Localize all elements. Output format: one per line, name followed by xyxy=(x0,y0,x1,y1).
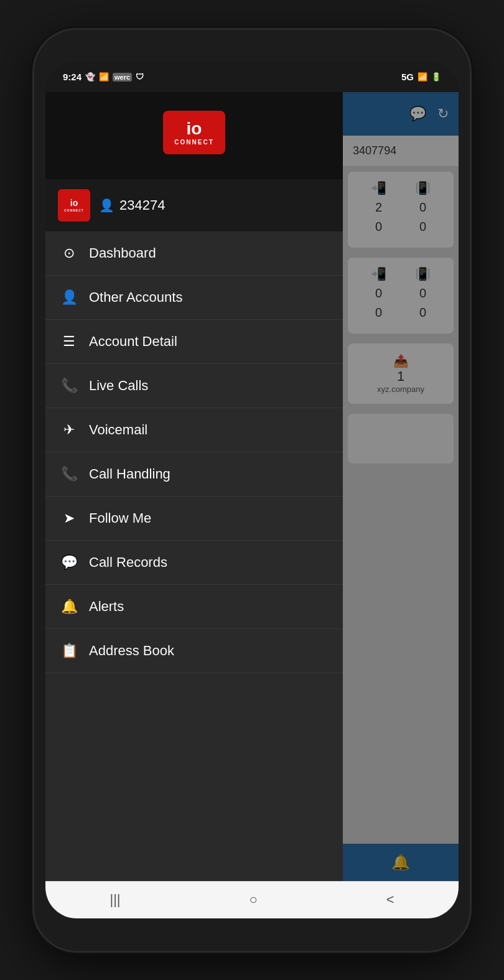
status-icon-shield: 🛡 xyxy=(136,72,144,82)
follow-me-icon: ➤ xyxy=(60,510,78,526)
nav-item-call-records[interactable]: 💬 Call Records xyxy=(45,541,343,585)
nav-label-call-records: Call Records xyxy=(89,554,167,571)
sidebar: io CONNECT io CONNECT xyxy=(45,92,343,881)
account-detail-icon: ☰ xyxy=(60,334,78,350)
status-time: 9:24 xyxy=(63,72,82,82)
other-accounts-icon: 👤 xyxy=(60,289,78,306)
nav-item-follow-me[interactable]: ➤ Follow Me xyxy=(45,497,343,541)
logo-connect-text: CONNECT xyxy=(174,139,213,146)
nav-label-call-handling: Call Handling xyxy=(89,466,170,482)
nav-label-voicemail: Voicemail xyxy=(89,422,147,438)
logo-big: io CONNECT xyxy=(163,111,225,154)
nav-home-button[interactable]: ○ xyxy=(249,892,257,908)
nav-label-other-accounts: Other Accounts xyxy=(89,289,182,306)
nav-label-dashboard: Dashboard xyxy=(89,245,156,261)
status-battery: 🔋 xyxy=(431,72,441,82)
alerts-icon: 🔔 xyxy=(60,599,78,615)
logo-io-text: io xyxy=(174,118,213,139)
nav-item-dashboard[interactable]: ⊙ Dashboard xyxy=(45,231,343,276)
status-right: 5G 📶 🔋 xyxy=(401,72,441,82)
nav-label-account-detail: Account Detail xyxy=(89,334,177,350)
nav-label-address-book: Address Book xyxy=(89,643,174,659)
nav-recent-button[interactable]: ||| xyxy=(110,892,120,908)
status-left: 9:24 👻 📶 werc 🛡 xyxy=(63,72,144,82)
phone-shell: 9:24 👻 📶 werc 🛡 5G 📶 🔋 xyxy=(34,30,470,951)
status-icon-werc: werc xyxy=(113,73,132,82)
call-records-icon: 💬 xyxy=(60,554,78,571)
status-5g: 5G xyxy=(401,72,414,82)
nav-item-live-calls[interactable]: 📞 Live Calls xyxy=(45,364,343,408)
call-handling-icon: 📞 xyxy=(60,466,78,482)
nav-item-voicemail[interactable]: ✈ Voicemail xyxy=(45,408,343,452)
nav-list: ⊙ Dashboard 👤 Other Accounts ☰ Account D… xyxy=(45,231,343,881)
nav-label-follow-me: Follow Me xyxy=(89,510,151,526)
account-number: 234274 xyxy=(119,197,165,213)
nav-item-call-handling[interactable]: 📞 Call Handling xyxy=(45,452,343,497)
nav-label-live-calls: Live Calls xyxy=(89,378,148,394)
user-icon: 👤 xyxy=(99,198,114,213)
nav-item-alerts[interactable]: 🔔 Alerts xyxy=(45,585,343,629)
nav-item-address-book[interactable]: 📋 Address Book xyxy=(45,629,343,673)
nav-back-button[interactable]: < xyxy=(386,892,394,908)
status-icon-wifi: 📶 xyxy=(99,72,109,82)
account-logo-small: io CONNECT xyxy=(58,189,90,222)
status-signal: 📶 xyxy=(418,72,427,82)
sidebar-header: io CONNECT xyxy=(45,92,343,179)
logo-sm-io: io xyxy=(64,198,84,208)
account-info: 👤 234274 xyxy=(99,197,165,213)
nav-item-other-accounts[interactable]: 👤 Other Accounts xyxy=(45,276,343,320)
logo-big-inner: io CONNECT xyxy=(174,118,213,147)
logo-sm-connect: CONNECT xyxy=(64,208,84,212)
account-logo-small-inner: io CONNECT xyxy=(64,198,84,212)
address-book-icon: 📋 xyxy=(60,643,78,659)
status-bar: 9:24 👻 📶 werc 🛡 5G 📶 🔋 xyxy=(45,62,459,92)
bottom-nav: ||| ○ < xyxy=(45,881,459,918)
screen-content: io CONNECT io CONNECT xyxy=(45,92,459,881)
nav-item-account-detail[interactable]: ☰ Account Detail xyxy=(45,320,343,364)
voicemail-icon: ✈ xyxy=(60,422,78,438)
live-calls-icon: 📞 xyxy=(60,378,78,394)
nav-label-alerts: Alerts xyxy=(89,599,124,615)
dashboard-icon: ⊙ xyxy=(60,245,78,261)
phone-frame: 9:24 👻 📶 werc 🛡 5G 📶 🔋 xyxy=(0,0,504,980)
account-row: io CONNECT 👤 234274 xyxy=(45,179,343,231)
drawer-overlay[interactable] xyxy=(343,92,459,881)
status-icon-ghost: 👻 xyxy=(85,72,95,82)
phone-screen: 9:24 👻 📶 werc 🛡 5G 📶 🔋 xyxy=(45,62,459,918)
